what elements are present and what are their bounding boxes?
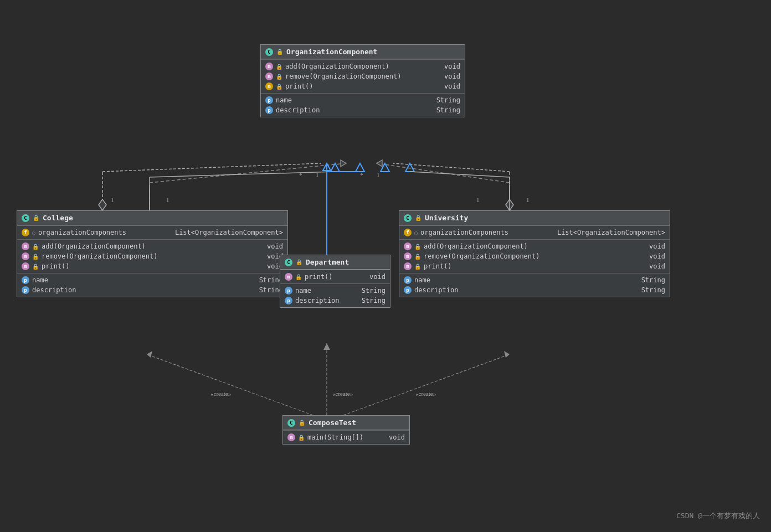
class-compose-test: C 🔒 ComposeTest m 🔒 main(String[]) void bbox=[282, 415, 410, 445]
svg-line-38 bbox=[150, 172, 335, 177]
method-row: m 🔒 remove(OrganizationComponent) void bbox=[17, 251, 287, 261]
svg-marker-15 bbox=[506, 199, 513, 210]
field-icon: p bbox=[285, 297, 292, 304]
methods-section: m 🔒 add(OrganizationComponent) void m 🔒 … bbox=[399, 239, 670, 273]
svg-marker-34 bbox=[356, 163, 364, 172]
svg-text:«create»: «create» bbox=[332, 390, 353, 397]
field-icon: f bbox=[404, 229, 412, 236]
svg-text:«create»: «create» bbox=[415, 390, 436, 397]
field-row: p description String bbox=[399, 285, 670, 295]
class-type-icon: C bbox=[285, 259, 292, 266]
fields-top-section: f ○ organizationComponents List<Organiza… bbox=[399, 225, 670, 239]
class-name: ComposeTest bbox=[309, 419, 356, 427]
svg-line-16 bbox=[147, 354, 313, 415]
fields-section: p name String p description String bbox=[17, 273, 287, 297]
class-name: College bbox=[43, 214, 73, 222]
class-type-icon: C bbox=[404, 214, 412, 222]
field-icon: f bbox=[22, 229, 29, 236]
method-icon: m bbox=[287, 433, 295, 441]
class-type-icon: C bbox=[287, 419, 295, 427]
class-header-department: C 🔒 Department bbox=[280, 255, 390, 270]
class-name: University bbox=[425, 214, 468, 222]
method-icon: m bbox=[265, 63, 273, 70]
svg-marker-7 bbox=[323, 163, 331, 171]
svg-line-1 bbox=[150, 163, 346, 183]
diagram-container: «create» «create» «create» * 1 * 1 1 1 1… bbox=[0, 0, 771, 532]
field-icon: p bbox=[22, 276, 29, 284]
field-icon: p bbox=[285, 287, 292, 295]
method-icon: m bbox=[285, 273, 292, 281]
svg-marker-36 bbox=[405, 163, 414, 172]
field-row: p description String bbox=[280, 296, 390, 306]
svg-text:«create»: «create» bbox=[210, 390, 231, 397]
method-icon: m bbox=[22, 242, 29, 250]
class-organization-component: C 🔒 OrganizationComponent m 🔒 add(Organi… bbox=[260, 44, 465, 117]
svg-text:1: 1 bbox=[377, 172, 380, 178]
method-icon: m bbox=[265, 82, 273, 90]
fields-top-section: f ○ organizationComponents List<Organiza… bbox=[17, 225, 287, 239]
method-icon: m bbox=[404, 252, 412, 260]
field-icon: p bbox=[265, 96, 273, 104]
fields-section: p name String p description String bbox=[399, 273, 670, 297]
class-header-college: C 🔒 College bbox=[17, 211, 287, 225]
class-college: C 🔒 College f ○ organizationComponents L… bbox=[17, 210, 288, 297]
class-type-icon: C bbox=[265, 48, 273, 56]
svg-text:1: 1 bbox=[316, 172, 319, 178]
methods-section: m 🔒 add(OrganizationComponent) void m 🔒 … bbox=[17, 239, 287, 273]
field-row: p name String bbox=[17, 275, 287, 285]
field-icon: p bbox=[404, 276, 412, 284]
method-row: m 🔒 print() void bbox=[261, 81, 465, 91]
method-icon: m bbox=[22, 252, 29, 260]
svg-marker-19 bbox=[323, 343, 330, 350]
method-icon: m bbox=[22, 262, 29, 270]
field-row: p name String bbox=[261, 95, 465, 105]
method-row: m 🔒 print() void bbox=[399, 261, 670, 271]
class-header-compose-test: C 🔒 ComposeTest bbox=[283, 416, 409, 430]
method-row: m 🔒 main(String[]) void bbox=[283, 432, 409, 442]
field-row: p name String bbox=[280, 286, 390, 296]
class-department: C 🔒 Department m 🔒 print() void p name S… bbox=[280, 255, 390, 308]
lock-icon: 🔒 bbox=[276, 49, 283, 55]
class-university: C 🔒 University f ○ organizationComponent… bbox=[399, 210, 670, 297]
class-name: Department bbox=[306, 258, 349, 266]
method-row: m 🔒 print() void bbox=[280, 272, 390, 282]
methods-section: m 🔒 add(OrganizationComponent) void m 🔒 … bbox=[261, 59, 465, 93]
class-header-organization-component: C 🔒 OrganizationComponent bbox=[261, 45, 465, 59]
method-row: m 🔒 remove(OrganizationComponent) void bbox=[399, 251, 670, 261]
methods-section: m 🔒 print() void bbox=[280, 270, 390, 283]
fields-section: p name String p description String bbox=[261, 93, 465, 117]
field-icon: p bbox=[265, 106, 273, 114]
svg-text:1: 1 bbox=[476, 197, 480, 203]
field-row: p description String bbox=[261, 105, 465, 115]
method-row: m 🔒 add(OrganizationComponent) void bbox=[399, 241, 670, 251]
svg-marker-35 bbox=[381, 163, 389, 172]
class-name: OrganizationComponent bbox=[286, 48, 377, 56]
class-type-icon: C bbox=[22, 214, 29, 222]
svg-line-14 bbox=[393, 163, 510, 172]
svg-marker-17 bbox=[147, 351, 152, 358]
field-icon: p bbox=[404, 286, 412, 294]
svg-marker-12 bbox=[99, 199, 106, 210]
methods-section: m 🔒 main(String[]) void bbox=[283, 430, 409, 444]
svg-text:1: 1 bbox=[526, 197, 530, 203]
class-header-university: C 🔒 University bbox=[399, 211, 670, 225]
field-row: f ○ organizationComponents List<Organiza… bbox=[399, 228, 670, 237]
svg-marker-2 bbox=[341, 160, 346, 167]
svg-line-20 bbox=[343, 354, 510, 415]
field-icon: p bbox=[22, 286, 29, 294]
field-row: f ○ organizationComponents List<Organiza… bbox=[17, 228, 287, 237]
field-row: p name String bbox=[399, 275, 670, 285]
svg-text:1: 1 bbox=[166, 197, 169, 203]
svg-text:1: 1 bbox=[111, 197, 114, 203]
svg-marker-5 bbox=[377, 160, 382, 167]
method-icon: m bbox=[265, 73, 273, 80]
svg-line-11 bbox=[102, 163, 321, 172]
svg-text:*: * bbox=[299, 172, 302, 178]
svg-text:*: * bbox=[360, 172, 363, 178]
svg-marker-33 bbox=[331, 163, 340, 172]
fields-section: p name String p description String bbox=[280, 283, 390, 307]
method-icon: m bbox=[404, 242, 412, 250]
svg-line-4 bbox=[377, 163, 510, 183]
svg-marker-21 bbox=[504, 351, 510, 358]
field-row: p description String bbox=[17, 285, 287, 295]
